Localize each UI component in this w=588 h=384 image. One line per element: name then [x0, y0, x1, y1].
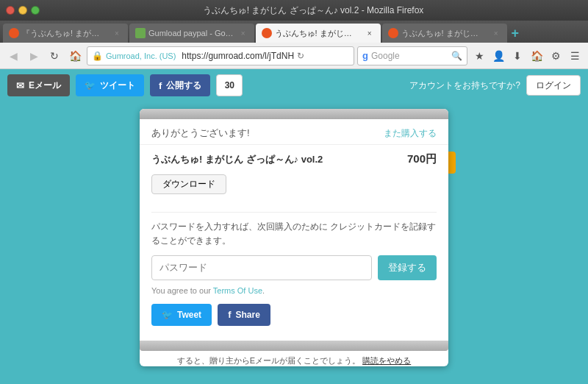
thanks-text: ありがとうございます!: [151, 127, 250, 140]
search-placeholder: Google: [371, 51, 400, 61]
tab-2-icon: [135, 28, 146, 38]
tab-2-label: Gumload paypal - Go…: [148, 29, 234, 38]
extensions-button[interactable]: ⚙: [547, 47, 564, 65]
google-g-icon: g: [362, 50, 368, 61]
tab-3[interactable]: うぶんちゅ! まがじん … ×: [256, 24, 381, 43]
window-controls: [6, 6, 40, 15]
url-text: https://gumroad.com/l/jTdNH: [182, 51, 294, 61]
password-row: 登録する: [151, 255, 437, 280]
tab-4[interactable]: うぶんちゅ! まがじん … ×: [382, 24, 507, 43]
product-price: 700円: [407, 152, 437, 166]
twitter-icon: [162, 310, 173, 320]
receipt-card: ありがとうございます! また購入する うぶんちゅ! まがじん ざっぱ～ん♪ vo…: [140, 109, 448, 366]
tab-3-close[interactable]: ×: [365, 28, 375, 38]
receipt-top-bar: [140, 109, 448, 119]
main-content: ¥700 ありがとうございます! また購入する うぶんちゅ! まがじん ざっぱ～…: [0, 102, 588, 384]
tab-2-close[interactable]: ×: [238, 28, 248, 38]
facebook-share-button[interactable]: Share: [218, 304, 270, 326]
account-text: アカウントをお持ちですか?: [409, 79, 520, 92]
navbar: ◀ ▶ ↻ 🏠 🔒 Gumroad, Inc. (US) https://gum…: [0, 43, 588, 69]
nav-icons: ★ 👤 ⬇ 🏠 ⚙ ☰: [470, 47, 584, 65]
tab-1-label: 『うぶんちゅ! まがじん ざっ…: [22, 28, 107, 39]
tab-4-label: うぶんちゅ! まがじん …: [401, 28, 487, 39]
tab-4-icon: [388, 28, 398, 38]
tab-4-close[interactable]: ×: [491, 28, 501, 38]
receipt-header: ありがとうございます! また購入する: [140, 119, 448, 145]
site-name: Gumroad, Inc. (US): [106, 51, 176, 60]
share-count: 30: [216, 74, 243, 96]
reload-button[interactable]: ↻: [46, 47, 63, 65]
url-refresh[interactable]: ↻: [297, 51, 304, 61]
url-bar[interactable]: 🔒 Gumroad, Inc. (US) https://gumroad.com…: [87, 46, 354, 65]
login-button[interactable]: ログイン: [526, 75, 581, 96]
password-input[interactable]: [151, 255, 372, 280]
tab-1-icon: [9, 28, 19, 38]
social-row: Tweet Share: [151, 304, 437, 326]
twitter-bird-icon: [85, 80, 96, 90]
tweet-label: ツイート: [100, 79, 135, 92]
receipt-body: うぶんちゅ! まがじん ざっぱ～ん♪ vol.2 700円 ダウンロード パスワ…: [140, 145, 448, 341]
titlebar: うぶんちゅ! まがじん ざっぱ～ん♪ vol.2 - Mozilla Firef…: [0, 0, 588, 21]
email-icon: [16, 80, 24, 91]
facebook-f-icon: [159, 80, 162, 91]
tab-3-label: うぶんちゅ! まがじん …: [275, 28, 360, 39]
home-button[interactable]: 🏠: [66, 47, 84, 65]
search-bar[interactable]: g Google 🔍: [357, 46, 467, 65]
tweet-social-button[interactable]: Tweet: [151, 304, 212, 326]
receipt-divider: [151, 212, 437, 213]
email-button[interactable]: Eメール: [7, 74, 70, 96]
tab-2[interactable]: Gumload paypal - Go… ×: [129, 24, 254, 43]
share-label: 公開する: [166, 79, 201, 92]
search-icon[interactable]: 🔍: [451, 51, 462, 61]
receipt-bottom-bar: [140, 341, 448, 351]
register-button[interactable]: 登録する: [378, 255, 437, 280]
password-note: パスワードを入力すれば、次回購入のために クレジットカードを記録することができま…: [151, 220, 437, 248]
nav-home-button[interactable]: 🏠: [528, 47, 545, 65]
tweet-button[interactable]: ツイート: [76, 74, 144, 96]
unsubscribe-link[interactable]: 購読をやめる: [362, 356, 411, 365]
email-label: Eメール: [29, 79, 61, 92]
toolbar: Eメール ツイート 公開する 30 アカウントをお持ちですか? ログイン: [0, 69, 588, 102]
menu-button[interactable]: ☰: [566, 47, 584, 65]
download-button[interactable]: ⬇: [509, 47, 526, 65]
lock-icon: 🔒: [92, 51, 103, 61]
bookmark-star-button[interactable]: ★: [470, 47, 488, 65]
forward-button[interactable]: ▶: [25, 47, 43, 65]
tab-1-close[interactable]: ×: [112, 28, 122, 38]
close-button[interactable]: [6, 6, 15, 15]
facebook-icon: [228, 309, 231, 320]
window-title: うぶんちゅ! まがじん ざっぱ～ん♪ vol.2 - Mozilla Firef…: [44, 4, 582, 17]
toolbar-right: アカウントをお持ちですか? ログイン: [409, 75, 581, 96]
buy-again-link[interactable]: また購入する: [384, 127, 437, 140]
product-name: うぶんちゅ! まがじん ざっぱ～ん♪ vol.2: [151, 152, 323, 167]
tabbar: 『うぶんちゅ! まがじん ざっ… × Gumload paypal - Go… …: [0, 21, 588, 43]
back-button[interactable]: ◀: [4, 47, 22, 65]
tab-1[interactable]: 『うぶんちゅ! まがじん ざっ… ×: [3, 24, 128, 43]
receipt-product-row: うぶんちゅ! まがじん ざっぱ～ん♪ vol.2 700円: [151, 152, 437, 167]
nav-icon-1[interactable]: 👤: [490, 47, 507, 65]
terms-text: You agree to our Terms Of Use.: [151, 286, 437, 295]
terms-link[interactable]: Terms Of Use: [213, 286, 262, 295]
maximize-button[interactable]: [31, 6, 40, 15]
receipt-footer: すると、贈り主からEメールが届くことでしょう。 購読をやめる: [140, 355, 448, 366]
tab-3-icon: [262, 28, 272, 38]
download-button[interactable]: ダウンロード: [151, 174, 226, 194]
share-button[interactable]: 公開する: [150, 74, 210, 96]
minimize-button[interactable]: [18, 6, 27, 15]
new-tab-button[interactable]: +: [509, 26, 523, 41]
